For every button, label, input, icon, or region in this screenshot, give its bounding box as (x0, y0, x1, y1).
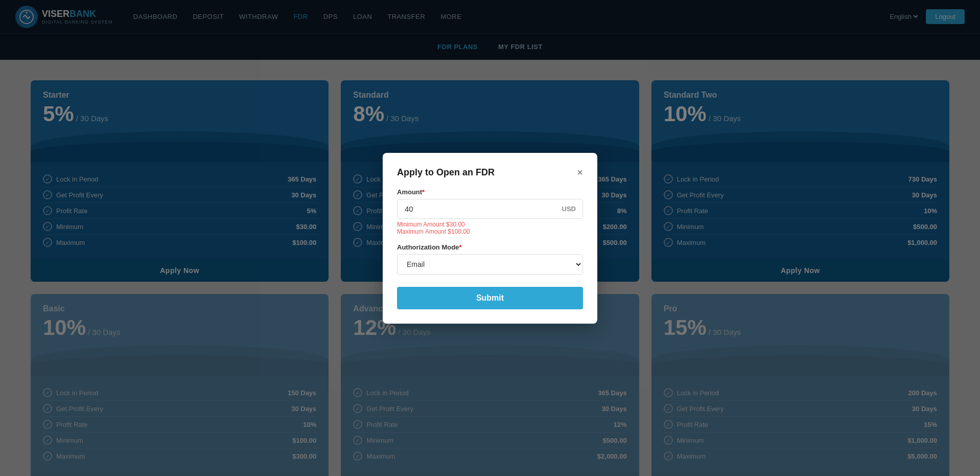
hint-min: Minimum Amount $30.00 (397, 221, 583, 228)
currency-label: USD (562, 205, 576, 213)
auth-select[interactable]: Email SMS Google Authenticator (397, 254, 583, 275)
submit-button[interactable]: Submit (397, 287, 583, 309)
modal-overlay[interactable]: Apply to Open an FDR × Amount* USD Minim… (0, 0, 980, 476)
modal-title: Apply to Open an FDR (397, 167, 495, 178)
modal: Apply to Open an FDR × Amount* USD Minim… (383, 153, 597, 324)
amount-input[interactable] (397, 199, 583, 219)
amount-group: Amount* USD Minimum Amount $30.00 Maximu… (397, 188, 583, 235)
auth-group: Authorization Mode* Email SMS Google Aut… (397, 243, 583, 275)
modal-header: Apply to Open an FDR × (397, 167, 583, 178)
modal-close-button[interactable]: × (577, 167, 583, 177)
amount-input-wrapper: USD (397, 199, 583, 219)
auth-label: Authorization Mode* (397, 243, 583, 251)
hint-max: Maximum Amount $100.00 (397, 228, 583, 235)
amount-label: Amount* (397, 188, 583, 196)
